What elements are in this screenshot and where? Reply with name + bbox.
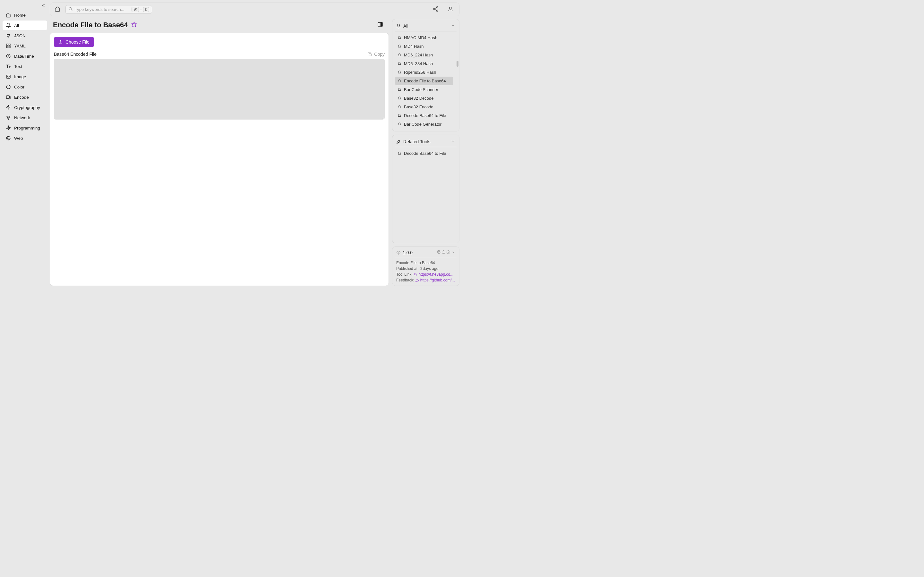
wrench-icon	[396, 139, 401, 144]
sidebar-item-image[interactable]: Image	[3, 72, 47, 81]
svg-marker-9	[6, 105, 10, 109]
toggle-right-panel-button[interactable]	[376, 20, 384, 29]
tool-item-md6-224[interactable]: MD6_224 Hash	[395, 51, 453, 59]
sidebar-item-web[interactable]: Web	[3, 133, 47, 143]
tool-link[interactable]: https://t.he3app.co...	[418, 272, 453, 277]
tool-item-md6-384[interactable]: MD6_384 Hash	[395, 59, 453, 68]
kbd-key: K	[143, 7, 149, 12]
search-input[interactable]	[75, 7, 132, 12]
sidebar-item-label: Network	[14, 115, 30, 120]
globe-icon[interactable]	[441, 250, 446, 255]
sidebar-item-json[interactable]: JSON	[3, 31, 47, 40]
sidebar-item-yaml[interactable]: YAML	[3, 41, 47, 51]
tool-item-label: MD4 Hash	[404, 44, 423, 49]
tool-item-hmac-md4[interactable]: HMAC-MD4 Hash	[395, 33, 453, 42]
svg-rect-23	[381, 23, 383, 26]
tool-item-label: Decode Base64 to File	[404, 113, 446, 118]
text-icon	[6, 64, 11, 69]
sidebar-item-programming[interactable]: Programming	[3, 123, 47, 133]
svg-point-16	[433, 8, 435, 10]
svg-line-18	[435, 8, 436, 9]
output-textarea[interactable]	[54, 59, 384, 119]
bell-icon	[397, 114, 401, 118]
bell-icon	[397, 88, 401, 92]
svg-line-14	[71, 10, 72, 11]
svg-rect-5	[6, 75, 10, 79]
output-label: Base64 Encoded File	[54, 52, 97, 57]
tool-item-label: Base32 Encode	[404, 105, 433, 109]
home-icon	[55, 6, 60, 12]
tool-item-base32-decode[interactable]: Base32 Decode	[395, 94, 453, 103]
bell-icon	[396, 24, 401, 28]
copy-icon[interactable]	[414, 273, 417, 277]
favorite-button[interactable]	[131, 21, 137, 28]
svg-point-15	[436, 7, 438, 8]
sidebar-item-label: Date/Time	[14, 54, 34, 59]
check-icon[interactable]	[446, 250, 451, 255]
search-icon	[68, 7, 73, 12]
main-content: Choose File Base64 Encoded File Copy	[50, 33, 389, 286]
bell-icon	[397, 71, 401, 74]
search-box[interactable]: ⌘ + K	[65, 5, 152, 14]
tool-item-ripemd256[interactable]: Ripemd256 Hash	[395, 68, 453, 77]
sidebar-item-home[interactable]: Home	[3, 10, 47, 20]
comment-icon[interactable]	[415, 279, 419, 282]
info-tool-link: Tool Link: https://t.he3app.co...	[395, 271, 457, 277]
sidebar-item-network[interactable]: Network	[3, 113, 47, 122]
tool-item-label: Bar Code Scanner	[404, 87, 438, 92]
bell-icon	[397, 62, 401, 66]
info-title: Encode File to Base64	[395, 260, 457, 266]
copy-icon[interactable]	[437, 250, 441, 255]
sidebar-item-color[interactable]: Color	[3, 82, 47, 92]
all-tools-header[interactable]: All	[395, 22, 457, 31]
tool-item-base32-encode[interactable]: Base32 Encode	[395, 103, 453, 111]
sidebar-item-encode[interactable]: Encode	[3, 92, 47, 102]
tool-item-label: MD6_384 Hash	[404, 61, 433, 66]
sidebar-item-label: Image	[14, 74, 26, 79]
sidebar-item-label: JSON	[14, 33, 26, 38]
share-button[interactable]	[430, 5, 441, 14]
tool-item-barcode-generator[interactable]: Bar Code Generator	[395, 120, 453, 129]
user-button[interactable]	[445, 5, 456, 14]
tool-item-decode-base64[interactable]: Decode Base64 to File	[395, 111, 453, 120]
tool-item-encode-base64[interactable]: Encode File to Base64	[395, 77, 453, 85]
copy-icon	[367, 52, 372, 57]
feedback-link[interactable]: https://github.com/...	[420, 278, 455, 282]
home-button[interactable]	[53, 5, 61, 14]
scrollbar-thumb[interactable]	[457, 61, 459, 67]
related-tools-label: Related Tools	[403, 139, 448, 144]
code-icon	[6, 125, 11, 131]
tool-item-label: Base32 Decode	[404, 96, 434, 101]
choose-file-button[interactable]: Choose File	[54, 37, 94, 47]
svg-rect-1	[9, 44, 10, 45]
collapse-sidebar-button[interactable]	[3, 3, 47, 10]
copy-button[interactable]: Copy	[367, 52, 384, 57]
globe-icon	[6, 135, 11, 141]
bell-icon	[6, 23, 11, 28]
svg-point-17	[436, 10, 438, 11]
bell-icon	[397, 105, 401, 109]
related-tools-header[interactable]: Related Tools	[395, 137, 457, 147]
all-tools-label: All	[403, 23, 448, 29]
panel-right-icon	[377, 21, 383, 27]
sidebar-item-datetime[interactable]: Date/Time	[3, 51, 47, 61]
search-shortcut: ⌘ + K	[132, 7, 149, 12]
chevron-down-icon[interactable]	[451, 250, 455, 255]
topbar: ⌘ + K	[50, 3, 459, 16]
sidebar-item-text[interactable]: Text	[3, 61, 47, 71]
svg-point-30	[447, 251, 450, 254]
tool-list: HMAC-MD4 Hash MD4 Hash MD6_224 Hash MD6_…	[395, 33, 457, 129]
tool-item-md4[interactable]: MD4 Hash	[395, 42, 453, 51]
star-icon	[131, 21, 137, 27]
tool-item-label: MD6_224 Hash	[404, 53, 433, 57]
choose-file-label: Choose File	[65, 39, 89, 45]
svg-rect-31	[415, 274, 417, 276]
all-tools-panel: All HMAC-MD4 Hash MD4 Hash MD6_224 Hash …	[392, 19, 459, 131]
chevron-down-icon	[451, 139, 455, 144]
sidebar-item-label: Programming	[14, 126, 40, 131]
related-item-decode-base64[interactable]: Decode Base64 to File	[395, 149, 457, 158]
sidebar-item-label: Encode	[14, 95, 29, 100]
tool-item-barcode-scanner[interactable]: Bar Code Scanner	[395, 85, 453, 94]
sidebar-item-cryptography[interactable]: Cryptography	[3, 103, 47, 112]
sidebar-item-all[interactable]: All	[3, 21, 47, 30]
